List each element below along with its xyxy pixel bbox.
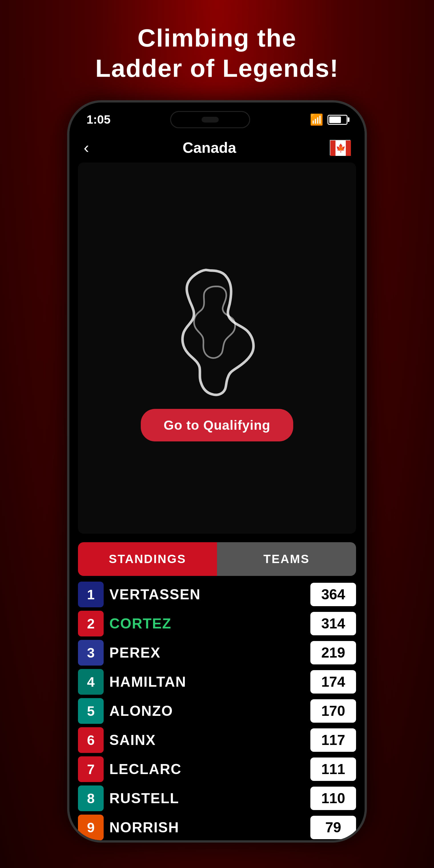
phone-content: ‹ Canada 🍁 Go to Qualifying — [69, 132, 365, 840]
go-qualifying-button[interactable]: Go to Qualifying — [141, 409, 293, 441]
flag-left — [330, 141, 336, 156]
phone-time: 1:05 — [87, 113, 111, 126]
position-badge-2: 2 — [78, 611, 104, 637]
driver-points-3: 174 — [310, 670, 356, 693]
status-icons: 📶 — [310, 113, 347, 126]
back-button[interactable]: ‹ — [84, 138, 89, 157]
driver-points-4: 170 — [310, 699, 356, 723]
driver-points-8: 79 — [310, 816, 356, 839]
position-badge-8: 8 — [78, 785, 104, 811]
driver-points-2: 219 — [310, 641, 356, 664]
canada-flag: 🍁 — [330, 140, 350, 155]
table-row: 7LECLARC111 — [78, 756, 356, 782]
position-badge-1: 1 — [78, 582, 104, 607]
driver-points-6: 111 — [310, 757, 356, 781]
position-badge-7: 7 — [78, 756, 104, 782]
driver-name-2: PEREX — [110, 645, 305, 661]
table-row: 5ALONZO170 — [78, 698, 356, 724]
battery-icon — [328, 115, 347, 125]
driver-name-0: VERTASSEN — [110, 586, 305, 603]
side-button — [365, 274, 367, 302]
flag-center: 🍁 — [336, 141, 346, 156]
page-title: Climbing the Ladder of Legends! — [95, 23, 339, 83]
tabs-row: STANDINGS TEAMS — [78, 542, 356, 576]
notch-pill — [202, 117, 219, 123]
status-bar: 1:05 📶 — [69, 102, 365, 132]
tab-standings[interactable]: STANDINGS — [78, 542, 217, 576]
track-section: Go to Qualifying — [78, 162, 356, 534]
position-badge-3: 3 — [78, 640, 104, 665]
driver-name-3: HAMILTAN — [110, 674, 305, 690]
wifi-icon: 📶 — [310, 113, 323, 126]
driver-name-8: NORRISH — [110, 819, 305, 836]
driver-points-7: 110 — [310, 786, 356, 810]
tab-teams[interactable]: TEAMS — [217, 542, 356, 576]
table-row: 8RUSTELL110 — [78, 785, 356, 811]
driver-name-6: LECLARC — [110, 761, 305, 777]
driver-points-1: 314 — [310, 612, 356, 635]
position-badge-4: 4 — [78, 669, 104, 695]
position-badge-5: 5 — [78, 698, 104, 724]
table-row: 1VERTASSEN364 — [78, 582, 356, 607]
phone-mockup: 1:05 📶 ‹ Canada 🍁 — [67, 100, 367, 843]
flag-right — [346, 141, 351, 156]
table-row: 4HAMILTAN174 — [78, 669, 356, 695]
nav-bar: ‹ Canada 🍁 — [69, 132, 365, 162]
phone-notch — [170, 111, 250, 128]
position-badge-9: 9 — [78, 815, 104, 840]
driver-name-4: ALONZO — [110, 703, 305, 719]
driver-name-7: RUSTELL — [110, 790, 305, 807]
driver-name-1: CORTEZ — [110, 615, 305, 632]
driver-points-5: 117 — [310, 728, 356, 752]
battery-fill — [329, 117, 341, 123]
driver-name-5: SAINX — [110, 732, 305, 748]
position-badge-6: 6 — [78, 727, 104, 753]
driver-points-0: 364 — [310, 583, 356, 606]
table-row: 6SAINX117 — [78, 727, 356, 753]
table-row: 2CORTEZ314 — [78, 611, 356, 637]
table-row: 3PEREX219 — [78, 640, 356, 665]
track-svg — [153, 255, 281, 398]
nav-title: Canada — [182, 139, 236, 156]
maple-leaf-icon: 🍁 — [336, 143, 346, 153]
standings-list: 1VERTASSEN3642CORTEZ3143PEREX2194HAMILTA… — [78, 582, 356, 840]
table-row: 9NORRISH79 — [78, 815, 356, 840]
